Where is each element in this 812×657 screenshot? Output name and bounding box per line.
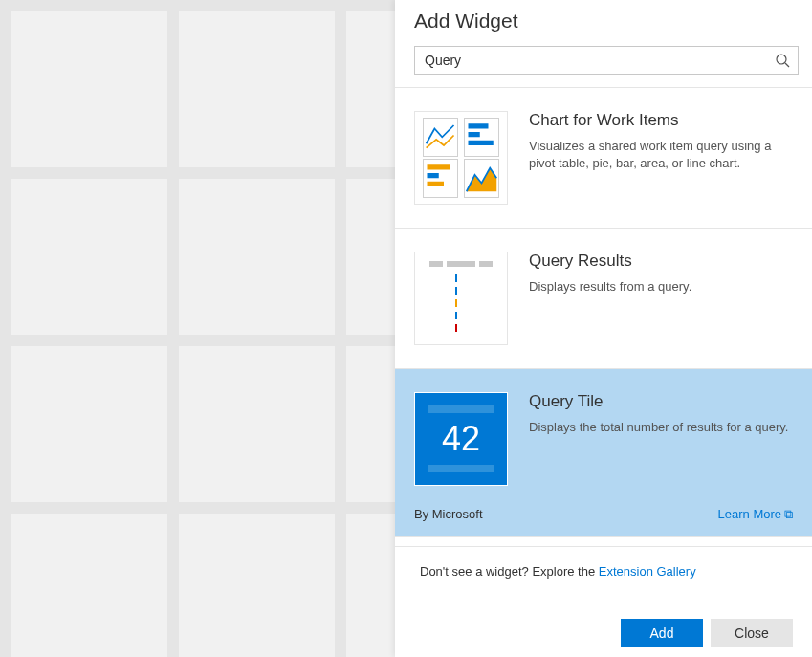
svg-rect-6 [428, 173, 439, 178]
panel-title: Add Widget [395, 0, 812, 46]
chart-thumbnail-icon [414, 111, 508, 205]
external-link-icon: ⧉ [784, 507, 793, 521]
tile-number: 42 [442, 419, 480, 459]
widget-item-query-tile[interactable]: 42 Query Tile Displays the total number … [395, 369, 812, 537]
empty-tile[interactable] [179, 11, 335, 167]
widget-item-chart-work-items[interactable]: Chart for Work Items Visualizes a shared… [395, 88, 812, 229]
widget-name: Query Tile [529, 392, 793, 411]
empty-tile[interactable] [11, 179, 167, 335]
widget-name: Query Results [529, 252, 793, 271]
svg-point-0 [777, 55, 786, 64]
publisher-label: By Microsoft [414, 507, 483, 522]
list-thumbnail-icon [414, 252, 508, 345]
empty-tile[interactable] [11, 514, 167, 657]
search-input[interactable] [425, 53, 775, 68]
extension-gallery-link[interactable]: Extension Gallery [599, 564, 696, 579]
empty-tile[interactable] [179, 179, 335, 335]
svg-rect-4 [469, 141, 494, 145]
svg-line-1 [785, 63, 789, 67]
empty-tile[interactable] [179, 514, 335, 657]
search-icon[interactable] [775, 53, 790, 68]
svg-rect-7 [428, 182, 445, 186]
svg-rect-2 [469, 123, 489, 128]
empty-tile[interactable] [11, 346, 167, 502]
add-widget-panel: Add Widget Chart for Work Items Visualiz… [395, 0, 812, 657]
widget-description: Visualizes a shared work item query usin… [529, 138, 793, 172]
learn-more-text: Learn More [718, 507, 781, 521]
widget-description: Displays results from a query. [529, 278, 793, 296]
empty-tile[interactable] [11, 11, 167, 167]
explore-text: Don't see a widget? Explore the [420, 564, 599, 579]
widget-name: Chart for Work Items [529, 111, 793, 130]
empty-tile[interactable] [179, 346, 335, 502]
learn-more-link[interactable]: Learn More⧉ [718, 507, 793, 522]
close-button[interactable]: Close [711, 619, 793, 647]
search-input-wrap[interactable] [414, 46, 799, 75]
panel-footer: Don't see a widget? Explore the Extensio… [395, 546, 812, 657]
svg-rect-3 [469, 132, 480, 137]
svg-rect-5 [428, 164, 451, 169]
widget-description: Displays the total number of results for… [529, 419, 793, 436]
widget-item-query-results[interactable]: Query Results Displays results from a qu… [395, 229, 812, 369]
add-button[interactable]: Add [621, 619, 703, 647]
widget-list[interactable]: Chart for Work Items Visualizes a shared… [395, 87, 812, 546]
tile-thumbnail-icon: 42 [414, 392, 508, 486]
